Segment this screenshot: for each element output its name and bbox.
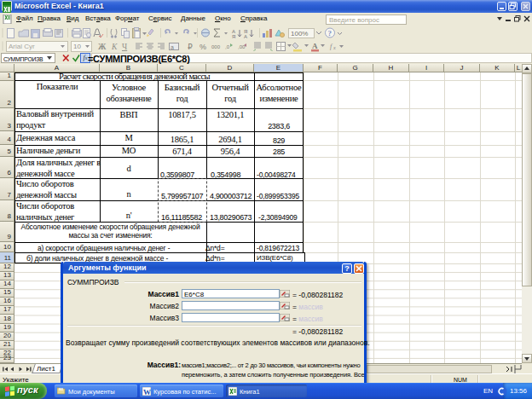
svg-text:100%: 100% (291, 30, 308, 38)
svg-text:Ч: Ч (122, 43, 127, 51)
svg-text:?: ? (328, 29, 332, 38)
svg-text:₽: ₽ (188, 43, 193, 51)
svg-text:,0: ,0 (225, 44, 230, 49)
svg-text:Ж: Ж (98, 43, 107, 51)
svg-text:10: 10 (73, 43, 81, 50)
svg-text:a: a (171, 44, 174, 50)
svg-text:000: 000 (211, 44, 221, 49)
svg-text:x: x (332, 45, 336, 50)
svg-text:%: % (200, 43, 206, 51)
svg-text:Arial Cyr: Arial Cyr (9, 43, 35, 50)
svg-text:A: A (312, 42, 318, 50)
svg-text:Я: Я (232, 34, 235, 39)
svg-text:W: W (143, 388, 151, 396)
svg-text:А: А (244, 34, 247, 39)
svg-text:К: К (111, 43, 118, 51)
